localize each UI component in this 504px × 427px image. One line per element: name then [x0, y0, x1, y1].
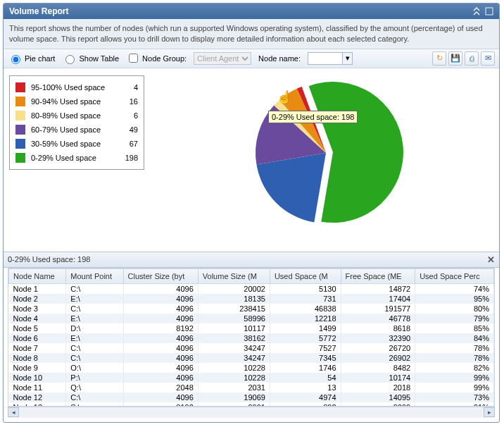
legend-item[interactable]: 0-29% Used space 198 [15, 151, 138, 165]
column-header[interactable]: Cluster Size (byt [123, 268, 198, 283]
legend-item[interactable]: 95-100% Used space 4 [15, 80, 138, 94]
show-table-radio[interactable]: Show Table [62, 53, 119, 64]
table-row[interactable]: Node 10P:\ 409610228 5410174 99% [9, 373, 494, 383]
chart-tooltip: 0-29% Used space: 198 [268, 111, 358, 123]
pie-slice[interactable] [256, 153, 326, 223]
legend-label: 0-29% Used space [31, 154, 115, 162]
titlebar-icons [472, 7, 493, 16]
refresh-icon[interactable]: ↻ [432, 51, 446, 66]
table-row[interactable]: Node 1C:\ 409620002 513014872 74% [9, 283, 494, 294]
legend-count: 6 [121, 111, 138, 120]
email-icon[interactable]: ✉ [481, 51, 495, 66]
legend-item[interactable]: 90-94% Used space 16 [15, 94, 138, 109]
gear-icon[interactable] [485, 7, 493, 16]
legend-count: 198 [121, 154, 138, 162]
nodegroup-check[interactable]: Node Group: [126, 51, 187, 65]
chart-area: 95-100% Used space 4 90-94% Used space 1… [4, 68, 499, 252]
column-header[interactable]: Free Space (ME [341, 268, 415, 283]
grid-scroll[interactable]: Node NameMount PointCluster Size (bytVol… [8, 268, 495, 407]
print-icon[interactable]: ⎙ [465, 51, 479, 66]
save-icon[interactable]: 💾 [448, 51, 462, 66]
nodegroup-label: Node Group: [142, 54, 187, 63]
close-icon[interactable]: ✕ [487, 254, 495, 265]
legend-swatch [15, 97, 25, 106]
legend-label: 30-59% Used space [31, 140, 115, 148]
legend-count: 16 [121, 97, 138, 106]
table-row[interactable]: Node 3C:\ 4096238415 46838191577 80% [9, 304, 494, 314]
pie-chart-label: Pie chart [25, 54, 55, 63]
legend-label: 90-94% Used space [31, 97, 115, 106]
horizontal-scrollbar[interactable]: ◂ ▸ [8, 407, 495, 418]
window-title: Volume Report [9, 6, 68, 16]
column-header[interactable]: Node Name [9, 268, 66, 283]
legend-label: 60-79% Used space [31, 125, 115, 134]
nodename-input[interactable] [308, 52, 343, 65]
titlebar: Volume Report [4, 4, 499, 19]
legend-swatch [15, 125, 25, 135]
column-header[interactable]: Volume Size (M [198, 268, 270, 283]
scroll-left-icon[interactable]: ◂ [8, 407, 19, 417]
legend-swatch [15, 153, 25, 163]
table-row[interactable]: Node 5D:\ 819210117 14998618 85% [9, 323, 494, 333]
drill-header: 0-29% Used space: 198 ✕ [4, 252, 499, 268]
grid-wrap: Node NameMount PointCluster Size (bytVol… [4, 268, 499, 407]
description: This report shows the number of nodes (w… [4, 19, 499, 49]
toolbar: Pie chart Show Table Node Group: Client … [4, 49, 499, 68]
legend-item[interactable]: 30-59% Used space 67 [15, 137, 138, 151]
pie-chart[interactable]: ☝ 0-29% Used space: 198 [248, 75, 403, 230]
table-row[interactable]: Node 4E:\ 409658996 1221846778 79% [9, 314, 494, 323]
table-row[interactable]: Node 8C:\ 409634247 734526902 78% [9, 353, 494, 363]
column-header[interactable]: Mount Point [66, 268, 123, 283]
legend-label: 80-89% Used space [31, 111, 115, 120]
nodename-label: Node name: [258, 54, 301, 63]
legend: 95-100% Used space 4 90-94% Used space 1… [9, 75, 144, 170]
legend-count: 67 [121, 140, 138, 148]
legend-item[interactable]: 60-79% Used space 49 [15, 123, 138, 137]
legend-item[interactable]: 80-89% Used space 6 [15, 109, 138, 123]
grid-header-row: Node NameMount PointCluster Size (bytVol… [9, 268, 494, 283]
dropdown-icon[interactable]: ▾ [343, 52, 353, 65]
table-row[interactable]: Node 9O:\ 409610228 17468482 82% [9, 363, 494, 373]
drill-title: 0-29% Used space: 198 [8, 255, 90, 264]
column-header[interactable]: Used Space Perc [415, 268, 494, 283]
toolbar-action-icons: ↻ 💾 ⎙ ✉ [432, 51, 495, 66]
table-row[interactable]: Node 12C:\ 409619069 497414095 73% [9, 392, 494, 402]
legend-label: 95-100% Used space [31, 83, 115, 92]
legend-swatch [15, 139, 25, 149]
legend-count: 49 [121, 125, 138, 134]
show-table-radio-input[interactable] [65, 55, 75, 64]
table-row[interactable]: Node 6E:\ 409638162 577232390 84% [9, 333, 494, 343]
table-row[interactable]: Node 11Q:\ 20482031 132018 99% [9, 383, 494, 392]
pie-chart-radio-input[interactable] [11, 55, 20, 64]
table-row[interactable]: Node 2E:\ 409618135 73117404 95% [9, 294, 494, 304]
collapse-icon[interactable] [472, 7, 481, 16]
nodegroup-select[interactable]: Client Agent [194, 52, 251, 65]
pie-chart-radio[interactable]: Pie chart [8, 53, 55, 64]
show-table-label: Show Table [79, 54, 119, 63]
legend-count: 4 [121, 83, 138, 92]
pie-wrap: ☝ 0-29% Used space: 198 [158, 75, 493, 249]
column-header[interactable]: Used Space (M [270, 268, 341, 283]
legend-swatch [15, 111, 25, 120]
legend-swatch [15, 82, 25, 92]
nodegroup-checkbox[interactable] [129, 54, 138, 63]
table-row[interactable]: Node 7C:\ 409634247 752726720 78% [9, 343, 494, 353]
scroll-right-icon[interactable]: ▸ [484, 407, 495, 417]
volume-report-panel: Volume Report This report shows the numb… [3, 3, 500, 423]
svg-rect-0 [486, 8, 493, 15]
data-grid: Node NameMount PointCluster Size (bytVol… [8, 268, 494, 407]
